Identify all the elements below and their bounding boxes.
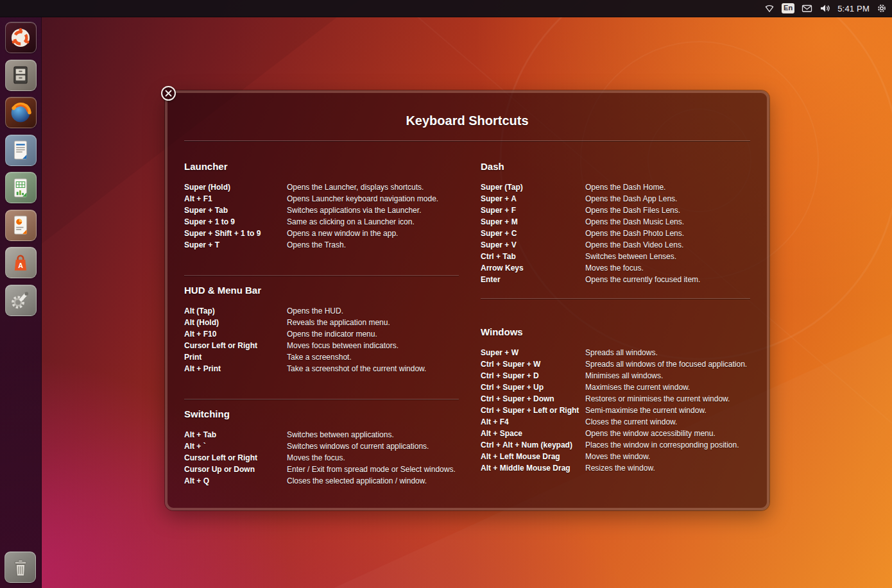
shortcut-keys: Alt + F4 — [481, 416, 585, 428]
shortcut-keys: Super + M — [481, 216, 585, 228]
shortcut-keys: Super + W — [481, 347, 585, 358]
shortcut-keys: Super + 1 to 9 — [184, 216, 287, 228]
shortcut-keys: Alt + Middle Mouse Drag — [481, 462, 585, 474]
shortcut-description: Opens the window accessibility menu. — [585, 428, 750, 439]
shortcut-keys: Alt (Hold) — [184, 317, 287, 328]
firefox-icon — [9, 101, 32, 124]
trash-icon — [9, 556, 32, 579]
shortcut-keys: Alt + Space — [481, 428, 585, 439]
shortcut-keys: Ctrl + Super + Down — [481, 393, 585, 405]
launcher-item-ubuntu-software[interactable]: A — [5, 247, 37, 278]
system-settings-icon — [9, 289, 32, 312]
shortcut-row: EnterOpens the currently focused item. — [481, 274, 750, 285]
launcher-item-libreoffice-impress[interactable] — [5, 210, 37, 241]
shortcut-description: Closes the selected application / window… — [287, 475, 459, 487]
libreoffice-writer-icon — [9, 139, 32, 162]
shortcut-description: Opens the HUD. — [287, 305, 459, 317]
launcher-item-files[interactable] — [5, 60, 37, 91]
shortcut-row: Alt + Left Mouse DragMoves the window. — [481, 451, 750, 462]
launcher-item-system-settings[interactable] — [5, 285, 37, 316]
section-title: Switching — [184, 408, 459, 419]
desktop: En 5:41 PM — [0, 0, 892, 588]
shortcut-keys: Alt + F1 — [184, 193, 287, 205]
shortcut-row: Alt + `Switches windows of current appli… — [184, 441, 459, 452]
shortcut-keys: Super + F — [481, 205, 585, 216]
shortcut-keys: Alt + Tab — [184, 429, 287, 441]
libreoffice-calc-icon — [9, 176, 32, 199]
shortcut-description: Opens the Dash App Lens. — [585, 193, 750, 205]
shortcut-section: WindowsSuper + WSpreads all windows.Ctrl… — [481, 326, 750, 474]
ubuntu-dash-icon — [9, 26, 32, 49]
shortcut-keys: Arrow Keys — [481, 262, 585, 274]
shortcut-row: Ctrl + Super + DMinimises all windows. — [481, 370, 750, 382]
shortcut-column: LauncherSuper (Hold)Opens the Launcher, … — [184, 141, 481, 487]
shortcut-description: Opens the Dash Home. — [585, 181, 750, 193]
shortcut-row: Alt + F4Closes the current window. — [481, 416, 750, 428]
launcher-item-libreoffice-calc[interactable] — [5, 172, 37, 203]
keyboard-layout-indicator[interactable]: En — [782, 0, 794, 17]
shortcut-row: Super (Hold)Opens the Launcher, displays… — [184, 181, 459, 193]
shortcut-description: Opens the Launcher, displays shortcuts. — [287, 181, 459, 193]
shortcut-row: Arrow KeysMoves the focus. — [481, 262, 750, 274]
section-divider — [481, 298, 750, 299]
shortcut-row: Ctrl + Super + DownRestores or minimises… — [481, 393, 750, 405]
shortcut-section: SwitchingAlt + TabSwitches between appli… — [184, 408, 459, 487]
shortcut-row: Ctrl + Super + UpMaximises the current w… — [481, 382, 750, 393]
shortcut-row: Super + FOpens the Dash Files Lens. — [481, 205, 750, 216]
shortcut-keys: Ctrl + Super + Up — [481, 382, 585, 393]
launcher-item-libreoffice-writer[interactable] — [5, 135, 37, 166]
shortcut-section: HUD & Menu BarAlt (Tap)Opens the HUD.Alt… — [184, 285, 459, 374]
network-icon[interactable] — [764, 0, 775, 17]
shortcut-row: Super + TOpens the Trash. — [184, 239, 459, 251]
shortcut-description: Places the window in corresponding posit… — [585, 439, 750, 451]
shortcut-keys: Super + Shift + 1 to 9 — [184, 228, 287, 239]
shortcut-row: Super + COpens the Dash Photo Lens. — [481, 228, 750, 239]
section-title: Windows — [481, 326, 750, 337]
shortcut-row: Alt + F10Opens the indicator menu. — [184, 328, 459, 340]
shortcut-keys: Cursor Left or Right — [184, 452, 287, 464]
shortcut-row: Alt + QCloses the selected application /… — [184, 475, 459, 487]
shortcut-keys: Print — [184, 351, 287, 363]
launcher-item-firefox[interactable] — [5, 97, 37, 128]
shortcut-description: Switches applications via the Launcher. — [287, 205, 459, 216]
shortcut-description: Opens Launcher keyboard navigation mode. — [287, 193, 459, 205]
shortcut-description: Opens the Dash Music Lens. — [585, 216, 750, 228]
shortcut-row: Super + WSpreads all windows. — [481, 347, 750, 358]
close-button[interactable] — [161, 86, 176, 101]
volume-icon[interactable] — [819, 0, 830, 17]
shortcut-row: Super + VOpens the Dash Video Lens. — [481, 239, 750, 251]
shortcut-description: Take a screenshot of the current window. — [287, 363, 459, 374]
close-icon — [165, 90, 172, 97]
shortcut-description: Opens the currently focused item. — [585, 274, 750, 285]
shortcut-keys: Super (Hold) — [184, 181, 287, 193]
shortcut-row: Alt (Hold)Reveals the application menu. — [184, 317, 459, 328]
overlay-title: Keyboard Shortcuts — [167, 113, 767, 128]
shortcut-description: Same as clicking on a Launcher icon. — [287, 216, 459, 228]
shortcut-row: Cursor Left or RightMoves the focus. — [184, 452, 459, 464]
shortcut-description: Spreads all windows. — [585, 347, 750, 358]
shortcut-description: Minimises all windows. — [585, 370, 750, 382]
mail-icon[interactable] — [802, 0, 812, 17]
shortcut-description: Opens the indicator menu. — [287, 328, 459, 340]
session-gear-icon[interactable] — [877, 0, 887, 17]
shortcut-keys: Alt + Q — [184, 475, 287, 487]
shortcut-row: Ctrl + Super + Left or RightSemi-maximis… — [481, 405, 750, 416]
shortcut-keys: Ctrl + Tab — [481, 251, 585, 262]
shortcut-row: Alt + SpaceOpens the window accessibilit… — [481, 428, 750, 439]
shortcut-keys: Alt + Left Mouse Drag — [481, 451, 585, 462]
system-tray: En 5:41 PM — [764, 0, 892, 17]
shortcut-description: Enter / Exit from spread mode or Select … — [287, 464, 459, 475]
shortcut-keys: Super + C — [481, 228, 585, 239]
shortcut-row: Super + 1 to 9Same as clicking on a Laun… — [184, 216, 459, 228]
launcher-item-trash[interactable] — [4, 551, 36, 583]
clock[interactable]: 5:41 PM — [837, 4, 870, 13]
launcher-item-dash[interactable] — [5, 22, 37, 53]
ubuntu-software-icon: A — [9, 251, 32, 274]
shortcut-row: PrintTake a screenshot. — [184, 351, 459, 363]
shortcut-description: Moves focus between indicators. — [287, 340, 459, 351]
shortcut-description: Restores or minimises the current window… — [585, 393, 750, 405]
shortcut-row: Super (Tap)Opens the Dash Home. — [481, 181, 750, 193]
libreoffice-impress-icon — [9, 214, 32, 237]
shortcut-description: Reveals the application menu. — [287, 317, 459, 328]
shortcut-row: Alt (Tap)Opens the HUD. — [184, 305, 459, 317]
